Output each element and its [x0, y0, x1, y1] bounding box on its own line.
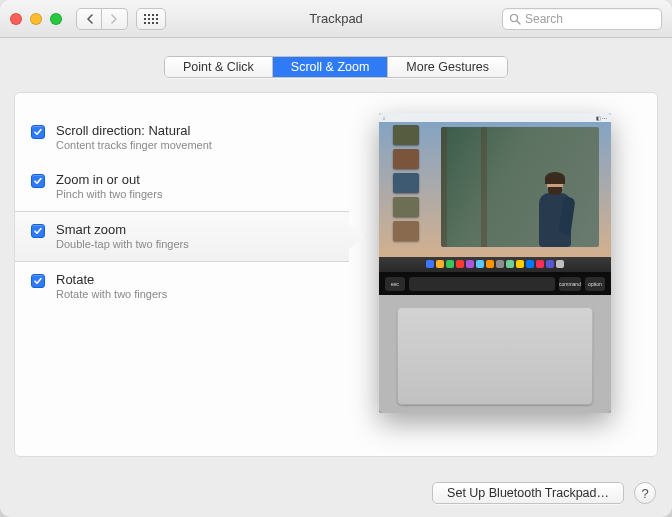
- touchbar-key: esc: [385, 277, 405, 291]
- option-scroll-direction[interactable]: Scroll direction: Natural Content tracks…: [15, 113, 349, 162]
- option-desc: Content tracks finger movement: [56, 139, 212, 151]
- tab-bar: Point & Click Scroll & Zoom More Gesture…: [0, 38, 672, 92]
- preview-thumb: [393, 221, 419, 241]
- preview-thumb: [393, 197, 419, 217]
- touchbar-key: [409, 277, 555, 291]
- titlebar: Trackpad: [0, 0, 672, 38]
- chevron-right-icon: [111, 14, 118, 24]
- option-title: Smart zoom: [56, 222, 189, 237]
- minimize-window-button[interactable]: [30, 13, 42, 25]
- preview-person: [521, 169, 581, 247]
- touchbar-key: command: [559, 277, 581, 291]
- options-list: Scroll direction: Natural Content tracks…: [15, 93, 349, 456]
- close-window-button[interactable]: [10, 13, 22, 25]
- segmented-control: Point & Click Scroll & Zoom More Gesture…: [164, 56, 508, 78]
- tab-scroll-zoom[interactable]: Scroll & Zoom: [273, 57, 389, 77]
- preview-trackpad-area: [379, 295, 611, 413]
- svg-line-1: [517, 21, 520, 24]
- zoom-window-button[interactable]: [50, 13, 62, 25]
- preview-dock: [379, 257, 611, 271]
- option-text: Rotate Rotate with two fingers: [56, 272, 167, 300]
- option-title: Zoom in or out: [56, 172, 162, 187]
- search-input[interactable]: [525, 12, 655, 26]
- option-desc: Pinch with two fingers: [56, 188, 162, 200]
- preview-thumbnails: [393, 125, 419, 241]
- footer: Set Up Bluetooth Trackpad… ?: [0, 469, 672, 517]
- preview-thumb: [393, 149, 419, 169]
- preview-thumb: [393, 173, 419, 193]
- chevron-left-icon: [86, 14, 93, 24]
- svg-point-0: [511, 14, 518, 21]
- preview-screen: 􀣺◧ ⋯: [379, 113, 611, 257]
- option-smart-zoom[interactable]: Smart zoom Double-tap with two fingers: [15, 211, 349, 262]
- option-text: Scroll direction: Natural Content tracks…: [56, 123, 212, 151]
- option-desc: Double-tap with two fingers: [56, 238, 189, 250]
- option-zoom-in-out[interactable]: Zoom in or out Pinch with two fingers: [15, 162, 349, 211]
- preview-menubar: 􀣺◧ ⋯: [379, 113, 611, 122]
- tab-more-gestures[interactable]: More Gestures: [388, 57, 507, 77]
- back-button[interactable]: [76, 8, 102, 30]
- option-title: Rotate: [56, 272, 167, 287]
- option-title: Scroll direction: Natural: [56, 123, 212, 138]
- option-text: Smart zoom Double-tap with two fingers: [56, 222, 189, 250]
- window-controls: [10, 13, 62, 25]
- checkmark-icon: [33, 276, 43, 286]
- checkmark-icon: [33, 176, 43, 186]
- preview-touchbar: esc command option: [379, 271, 611, 295]
- help-button[interactable]: ?: [634, 482, 656, 504]
- preview-photo: [441, 127, 599, 247]
- gesture-preview: 􀣺◧ ⋯: [349, 93, 657, 456]
- option-rotate[interactable]: Rotate Rotate with two fingers: [15, 262, 349, 311]
- search-icon: [509, 13, 521, 25]
- search-field[interactable]: [502, 8, 662, 30]
- touchbar-key: option: [585, 277, 605, 291]
- preview-photo-bg: [441, 127, 520, 247]
- preview-thumb: [393, 125, 419, 145]
- setup-bluetooth-trackpad-button[interactable]: Set Up Bluetooth Trackpad…: [432, 482, 624, 504]
- nav-buttons: [76, 8, 128, 30]
- preview-trackpad: [397, 307, 593, 405]
- checkbox[interactable]: [31, 125, 45, 139]
- tab-point-click[interactable]: Point & Click: [165, 57, 273, 77]
- checkbox[interactable]: [31, 174, 45, 188]
- checkmark-icon: [33, 127, 43, 137]
- checkbox[interactable]: [31, 224, 45, 238]
- preview-frame: 􀣺◧ ⋯: [379, 113, 611, 413]
- preferences-window: Trackpad Point & Click Scroll & Zoom Mor…: [0, 0, 672, 517]
- checkbox[interactable]: [31, 274, 45, 288]
- forward-button[interactable]: [102, 8, 128, 30]
- show-all-button[interactable]: [136, 8, 166, 30]
- option-desc: Rotate with two fingers: [56, 288, 167, 300]
- grid-icon: [144, 14, 158, 24]
- checkmark-icon: [33, 226, 43, 236]
- content-pane: Scroll direction: Natural Content tracks…: [14, 92, 658, 457]
- option-text: Zoom in or out Pinch with two fingers: [56, 172, 162, 200]
